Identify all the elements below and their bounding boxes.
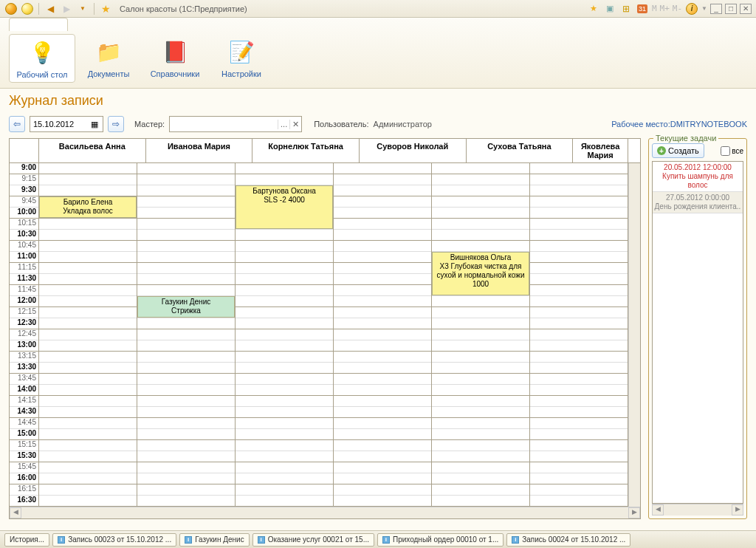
master-label: Мастер: <box>134 120 165 129</box>
col-head[interactable]: Суворов Николай <box>360 139 467 162</box>
create-task-button[interactable]: + Создать <box>652 143 704 158</box>
time-slot: 12:30 <box>10 318 38 329</box>
appointment[interactable]: Газукин ДенисСтрижка <box>137 296 235 318</box>
calendar-panel: Васильева Анна Иванова Мария Корнелюк Та… <box>9 138 641 519</box>
scroll-right-icon[interactable]: ▶ <box>628 507 640 518</box>
titlebar: ◀ ▶ ▼ ★ Салон красоты (1С:Предприятие) ★… <box>0 0 756 18</box>
taskbar-item[interactable]: iГазукин Денис <box>179 533 249 547</box>
tasks-list[interactable]: 20.05.2012 12:00:00Купить шампунь для во… <box>652 161 743 504</box>
time-slot: 15:30 <box>10 451 38 462</box>
time-column: 9:009:159:309:4510:0010:1510:3010:4511:0… <box>10 163 39 507</box>
mem-mminus[interactable]: M- <box>673 4 682 13</box>
grid-col[interactable]: Газукин ДенисСтрижка <box>137 163 236 507</box>
col-head[interactable]: Васильева Анна <box>39 139 146 162</box>
ribbon-tab[interactable] <box>9 18 68 31</box>
settings-icon: 📝 <box>227 37 256 66</box>
time-slot: 10:00 <box>10 208 38 219</box>
nav-link-icon[interactable]: ▣ <box>602 1 617 16</box>
taskbar-item[interactable]: iЗапись 00024 от 15.10.2012 ... <box>506 533 630 547</box>
time-slot: 11:45 <box>10 285 38 296</box>
time-slot: 9:15 <box>10 174 38 185</box>
ribbon-documents[interactable]: 📁 Документы <box>75 34 142 81</box>
user-value: Администратор <box>374 120 432 129</box>
master-combo[interactable]: ... ✕ <box>169 116 302 132</box>
scrollbar-vertical[interactable] <box>628 163 640 507</box>
combo-ellipsis-icon[interactable]: ... <box>278 120 289 129</box>
workplace: Рабочее место:DMITRYNOTEBOOK <box>611 120 747 129</box>
appointment[interactable]: Бартунова ОксанаSLS -2 4000 <box>236 185 333 229</box>
scroll-left-icon[interactable]: ◀ <box>652 504 664 516</box>
appointment[interactable]: Барило ЕленаУкладка волос <box>39 196 137 218</box>
calendar-icon[interactable]: 31 <box>635 1 650 16</box>
ribbon-settings[interactable]: 📝 Настройки <box>208 34 275 81</box>
nav-dropdown-icon[interactable]: ▼ <box>75 1 90 16</box>
time-slot: 10:30 <box>10 230 38 241</box>
col-head[interactable]: Сухова Татьяна <box>467 139 574 162</box>
scroll-left-icon[interactable]: ◀ <box>10 507 21 518</box>
info-icon[interactable]: i <box>684 1 699 16</box>
taskbar-item[interactable]: iОказание услуг 00021 от 15... <box>252 533 374 547</box>
grid-col[interactable]: Вишнякова ОльгаX3 Глубокая чистка для су… <box>432 163 530 507</box>
time-slot: 14:30 <box>10 407 38 418</box>
content-area: Журнал записи ⇦ 15.10.2012 ▦ ⇨ Мастер: .… <box>0 89 756 530</box>
time-header <box>10 139 39 162</box>
app-logo-icon[interactable] <box>4 1 18 16</box>
scroll-right-icon[interactable]: ▶ <box>732 504 743 516</box>
ribbon-references[interactable]: 📕 Справочники <box>142 34 208 81</box>
all-checkbox[interactable]: все <box>721 146 743 156</box>
ribbon-desktop[interactable]: 💡 Рабочий стол <box>9 34 75 83</box>
time-slot: 15:45 <box>10 462 38 473</box>
date-next-button[interactable]: ⇨ <box>108 116 124 132</box>
col-head[interactable]: Корнелюк Татьяна <box>252 139 360 162</box>
time-slot: 13:45 <box>10 374 38 385</box>
history-button[interactable]: История... <box>4 533 49 547</box>
scrollbar-horizontal[interactable]: ◀ ▶ <box>10 507 640 518</box>
nav-back-icon[interactable]: ◀ <box>43 1 58 16</box>
window-title: Салон красоты (1С:Предприятие) <box>120 4 247 13</box>
time-slot: 12:00 <box>10 296 38 307</box>
time-slot: 9:30 <box>10 185 38 196</box>
taskbar-item[interactable]: iЗапись 00023 от 15.10.2012 ... <box>52 533 176 547</box>
time-slot: 16:30 <box>10 496 38 507</box>
task-item[interactable]: 27.05.2012 0:00:00День рождения клиента.… <box>653 192 743 213</box>
time-slot: 12:45 <box>10 329 38 340</box>
time-slot: 9:45 <box>10 196 38 208</box>
tasks-legend: Текущие задачи <box>653 134 718 143</box>
col-head[interactable]: Иванова Мария <box>146 139 253 162</box>
tasks-panel: Текущие задачи + Создать все 20.05.2012 … <box>648 138 747 519</box>
date-input[interactable]: 15.10.2012 ▦ <box>30 116 103 132</box>
close-button[interactable]: ✕ <box>740 4 752 14</box>
grid-col[interactable] <box>334 163 432 507</box>
minimize-button[interactable]: _ <box>710 4 722 14</box>
calendar-body[interactable]: 9:009:159:309:4510:0010:1510:3010:4511:0… <box>10 163 640 507</box>
task-item[interactable]: 20.05.2012 12:00:00Купить шампунь для во… <box>653 162 743 192</box>
tasks-scrollbar[interactable]: ◀ ▶ <box>652 504 743 516</box>
appointment[interactable]: Вишнякова ОльгаX3 Глубокая чистка для су… <box>432 252 529 295</box>
time-slot: 14:15 <box>10 396 38 407</box>
page-title: Журнал записи <box>9 93 747 109</box>
grid-col[interactable]: Бартунова ОксанаSLS -2 4000 <box>236 163 334 507</box>
col-head[interactable]: Яковлева Мария <box>573 139 628 162</box>
dropdown-icon[interactable] <box>20 1 35 16</box>
grid-col[interactable]: Барило ЕленаУкладка волос <box>39 163 137 507</box>
calculator-icon[interactable]: ⊞ <box>619 1 633 16</box>
combo-clear-icon[interactable]: ✕ <box>289 120 301 129</box>
maximize-button[interactable]: □ <box>725 4 737 14</box>
date-picker-icon[interactable]: ▦ <box>89 120 100 129</box>
time-slot: 11:00 <box>10 252 38 263</box>
time-slot: 12:15 <box>10 307 38 318</box>
toolbar-row: ⇦ 15.10.2012 ▦ ⇨ Мастер: ... ✕ Пользоват… <box>9 116 747 132</box>
time-slot: 13:15 <box>10 352 38 363</box>
mem-mplus[interactable]: M+ <box>660 4 670 13</box>
time-slot: 13:00 <box>10 340 38 352</box>
date-prev-button[interactable]: ⇦ <box>9 116 25 132</box>
favorite-icon[interactable]: ★ <box>98 1 113 16</box>
grid-col[interactable] <box>530 163 628 507</box>
time-slot: 16:15 <box>10 484 38 496</box>
nav-fwd-icon[interactable]: ▶ <box>59 1 74 16</box>
mem-m[interactable]: M <box>652 4 657 13</box>
time-slot: 9:00 <box>10 163 38 174</box>
taskbar-item[interactable]: iПриходный ордер 00010 от 1... <box>377 533 504 547</box>
fav-small-icon[interactable]: ★ <box>586 1 601 16</box>
time-slot: 16:00 <box>10 473 38 484</box>
